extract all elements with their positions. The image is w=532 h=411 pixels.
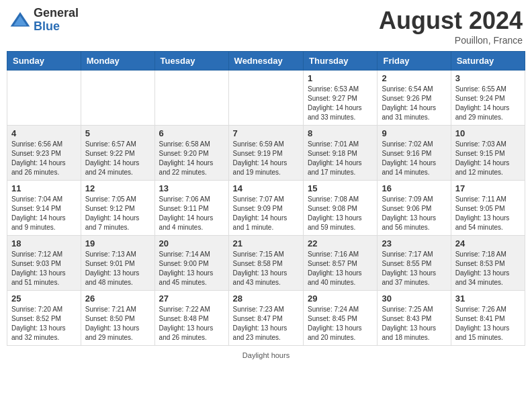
day-number: 18 <box>11 238 77 248</box>
day-number: 23 <box>382 238 446 248</box>
day-detail: Sunrise: 6:56 AMSunset: 9:23 PMDaylight:… <box>11 140 77 177</box>
week-row: 1Sunrise: 6:53 AMSunset: 9:27 PMDaylight… <box>7 71 525 126</box>
day-number: 14 <box>233 183 299 193</box>
table-row: 30Sunrise: 7:25 AMSunset: 8:43 PMDayligh… <box>378 291 451 346</box>
table-row: 20Sunrise: 7:14 AMSunset: 9:00 PMDayligh… <box>154 236 228 291</box>
logo: General Blue <box>9 7 79 34</box>
day-detail: Sunrise: 7:09 AMSunset: 9:06 PMDaylight:… <box>382 195 446 232</box>
table-row <box>7 71 81 126</box>
day-detail: Sunrise: 7:03 AMSunset: 9:15 PMDaylight:… <box>455 140 521 177</box>
col-friday: Friday <box>378 52 451 71</box>
table-row: 14Sunrise: 7:07 AMSunset: 9:09 PMDayligh… <box>228 181 303 236</box>
day-number: 26 <box>85 293 150 304</box>
table-row: 1Sunrise: 6:53 AMSunset: 9:27 PMDaylight… <box>304 71 378 126</box>
day-number: 6 <box>159 128 224 138</box>
day-detail: Sunrise: 7:17 AMSunset: 8:55 PMDaylight:… <box>382 250 446 287</box>
table-row <box>81 71 154 126</box>
table-row: 2Sunrise: 6:54 AMSunset: 9:26 PMDaylight… <box>378 71 451 126</box>
col-thursday: Thursday <box>304 52 378 71</box>
table-row <box>228 71 303 126</box>
table-row: 4Sunrise: 6:56 AMSunset: 9:23 PMDaylight… <box>7 126 81 181</box>
day-detail: Sunrise: 7:08 AMSunset: 9:08 PMDaylight:… <box>308 195 373 232</box>
day-detail: Sunrise: 6:57 AMSunset: 9:22 PMDaylight:… <box>85 140 150 177</box>
day-detail: Sunrise: 7:13 AMSunset: 9:01 PMDaylight:… <box>85 250 150 287</box>
table-row: 5Sunrise: 6:57 AMSunset: 9:22 PMDaylight… <box>81 126 154 181</box>
day-detail: Sunrise: 7:24 AMSunset: 8:45 PMDaylight:… <box>308 305 373 342</box>
week-row: 11Sunrise: 7:04 AMSunset: 9:14 PMDayligh… <box>7 181 525 236</box>
day-number: 4 <box>11 128 77 138</box>
day-detail: Sunrise: 6:58 AMSunset: 9:20 PMDaylight:… <box>159 140 224 177</box>
day-detail: Sunrise: 7:15 AMSunset: 8:58 PMDaylight:… <box>233 250 299 287</box>
table-row: 19Sunrise: 7:13 AMSunset: 9:01 PMDayligh… <box>81 236 154 291</box>
day-number: 21 <box>233 238 299 248</box>
day-number: 20 <box>159 238 224 248</box>
day-number: 7 <box>233 128 299 138</box>
table-row: 24Sunrise: 7:18 AMSunset: 8:53 PMDayligh… <box>451 236 525 291</box>
calendar-table: Sunday Monday Tuesday Wednesday Thursday… <box>7 51 525 346</box>
col-saturday: Saturday <box>451 52 525 71</box>
day-number: 8 <box>308 128 373 138</box>
day-number: 15 <box>308 183 373 193</box>
table-row: 26Sunrise: 7:21 AMSunset: 8:50 PMDayligh… <box>81 291 154 346</box>
calendar-header-row: Sunday Monday Tuesday Wednesday Thursday… <box>7 52 525 71</box>
day-number: 27 <box>159 293 224 304</box>
page-header: General Blue August 2024 Pouillon, Franc… <box>7 7 525 46</box>
day-detail: Sunrise: 7:25 AMSunset: 8:43 PMDaylight:… <box>382 305 446 342</box>
day-detail: Sunrise: 7:14 AMSunset: 9:00 PMDaylight:… <box>159 250 224 287</box>
table-row: 11Sunrise: 7:04 AMSunset: 9:14 PMDayligh… <box>7 181 81 236</box>
table-row: 16Sunrise: 7:09 AMSunset: 9:06 PMDayligh… <box>378 181 451 236</box>
logo-blue-text: Blue <box>34 20 79 34</box>
day-detail: Sunrise: 7:22 AMSunset: 8:48 PMDaylight:… <box>159 305 224 342</box>
table-row: 13Sunrise: 7:06 AMSunset: 9:11 PMDayligh… <box>154 181 228 236</box>
day-detail: Sunrise: 7:16 AMSunset: 8:57 PMDaylight:… <box>308 250 373 287</box>
col-tuesday: Tuesday <box>154 52 228 71</box>
day-number: 22 <box>308 238 373 248</box>
day-number: 13 <box>159 183 224 193</box>
day-detail: Sunrise: 7:11 AMSunset: 9:05 PMDaylight:… <box>455 195 521 232</box>
col-monday: Monday <box>81 52 154 71</box>
day-detail: Sunrise: 7:23 AMSunset: 8:47 PMDaylight:… <box>233 305 299 342</box>
footer: Daylight hours <box>7 351 525 359</box>
day-detail: Sunrise: 7:18 AMSunset: 8:53 PMDaylight:… <box>455 250 521 287</box>
table-row: 8Sunrise: 7:01 AMSunset: 9:18 PMDaylight… <box>304 126 378 181</box>
day-detail: Sunrise: 7:06 AMSunset: 9:11 PMDaylight:… <box>159 195 224 232</box>
day-detail: Sunrise: 7:01 AMSunset: 9:18 PMDaylight:… <box>308 140 373 177</box>
day-number: 17 <box>455 183 521 193</box>
day-detail: Sunrise: 6:55 AMSunset: 9:24 PMDaylight:… <box>455 85 521 122</box>
table-row: 12Sunrise: 7:05 AMSunset: 9:12 PMDayligh… <box>81 181 154 236</box>
table-row: 23Sunrise: 7:17 AMSunset: 8:55 PMDayligh… <box>378 236 451 291</box>
day-number: 5 <box>85 128 150 138</box>
day-number: 31 <box>455 293 521 304</box>
logo-general-text: General <box>34 7 79 20</box>
table-row: 10Sunrise: 7:03 AMSunset: 9:15 PMDayligh… <box>451 126 525 181</box>
day-detail: Sunrise: 6:53 AMSunset: 9:27 PMDaylight:… <box>308 85 373 122</box>
week-row: 4Sunrise: 6:56 AMSunset: 9:23 PMDaylight… <box>7 126 525 181</box>
day-number: 30 <box>382 293 446 304</box>
col-sunday: Sunday <box>7 52 81 71</box>
table-row <box>154 71 228 126</box>
day-detail: Sunrise: 7:07 AMSunset: 9:09 PMDaylight:… <box>233 195 299 232</box>
table-row: 31Sunrise: 7:26 AMSunset: 8:41 PMDayligh… <box>451 291 525 346</box>
table-row: 28Sunrise: 7:23 AMSunset: 8:47 PMDayligh… <box>228 291 303 346</box>
month-year-title: August 2024 <box>379 7 523 35</box>
day-number: 3 <box>455 73 521 83</box>
day-number: 12 <box>85 183 150 193</box>
day-detail: Sunrise: 7:02 AMSunset: 9:16 PMDaylight:… <box>382 140 446 177</box>
day-detail: Sunrise: 7:04 AMSunset: 9:14 PMDaylight:… <box>11 195 77 232</box>
day-detail: Sunrise: 6:54 AMSunset: 9:26 PMDaylight:… <box>382 85 446 122</box>
daylight-label: Daylight hours <box>242 351 290 359</box>
logo-icon <box>9 9 31 31</box>
day-number: 16 <box>382 183 446 193</box>
col-wednesday: Wednesday <box>228 52 303 71</box>
day-detail: Sunrise: 7:05 AMSunset: 9:12 PMDaylight:… <box>85 195 150 232</box>
week-row: 25Sunrise: 7:20 AMSunset: 8:52 PMDayligh… <box>7 291 525 346</box>
table-row: 17Sunrise: 7:11 AMSunset: 9:05 PMDayligh… <box>451 181 525 236</box>
day-detail: Sunrise: 7:12 AMSunset: 9:03 PMDaylight:… <box>11 250 77 287</box>
day-number: 28 <box>233 293 299 304</box>
table-row: 9Sunrise: 7:02 AMSunset: 9:16 PMDaylight… <box>378 126 451 181</box>
day-number: 1 <box>308 73 373 83</box>
day-number: 29 <box>308 293 373 304</box>
week-row: 18Sunrise: 7:12 AMSunset: 9:03 PMDayligh… <box>7 236 525 291</box>
table-row: 18Sunrise: 7:12 AMSunset: 9:03 PMDayligh… <box>7 236 81 291</box>
day-number: 9 <box>382 128 446 138</box>
